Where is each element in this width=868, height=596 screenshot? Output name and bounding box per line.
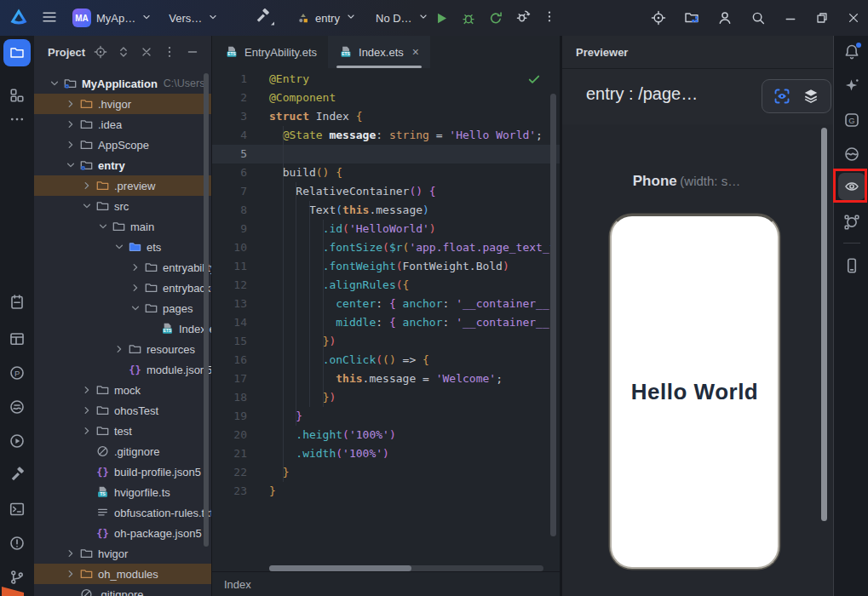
device-selector[interactable]: No D… <box>376 11 429 26</box>
code-line-6[interactable]: 6 build() { <box>212 163 560 182</box>
chevron-right-icon[interactable] <box>64 567 78 581</box>
more-vertical-icon[interactable] <box>163 45 176 59</box>
code-line-4[interactable]: 4 @State message: string = 'Hello World'… <box>212 126 560 145</box>
code-line-20[interactable]: 20 .height('100%') <box>212 426 560 444</box>
phone-preview[interactable]: Hello World <box>610 215 779 569</box>
tree-item-mock[interactable]: mock <box>34 380 211 400</box>
code-line-17[interactable]: 17 this.message = 'Welcome'; <box>212 370 560 388</box>
chevron-right-icon[interactable] <box>80 383 94 397</box>
account-icon[interactable] <box>717 10 733 26</box>
inspection-ok-icon[interactable] <box>527 72 541 86</box>
module-selector[interactable]: entry <box>296 11 357 26</box>
code-line-8[interactable]: 8 Text(this.message) <box>212 201 560 220</box>
chevron-right-icon[interactable] <box>80 424 94 438</box>
tool-more[interactable] <box>9 111 26 128</box>
tool-layout[interactable] <box>9 330 26 347</box>
tree-item-ets[interactable]: ets <box>34 237 211 257</box>
code-line-22[interactable]: 22 } <box>212 463 560 482</box>
code-line-16[interactable]: 16 .onClick(() => { <box>212 351 560 370</box>
project-structure-icon[interactable] <box>684 10 699 26</box>
code-line-19[interactable]: 19 } <box>212 407 560 426</box>
vcs-widget[interactable]: Vers… <box>169 11 219 26</box>
chevron-down-icon[interactable] <box>48 77 61 90</box>
hide-icon[interactable] <box>186 45 199 59</box>
main-menu-icon[interactable] <box>41 9 58 26</box>
tree-item-appscope[interactable]: AppScope <box>34 135 211 155</box>
rerun-button[interactable] <box>488 10 503 26</box>
code-line-7[interactable]: 7 RelativeContainer() { <box>212 182 560 201</box>
tree-item-obfuscation-rules-txt[interactable]: obfuscation-rules.txt <box>34 502 211 523</box>
build-button[interactable] <box>254 9 271 28</box>
tab-close-icon[interactable]: × <box>412 45 419 59</box>
tool-problems[interactable] <box>9 535 26 552</box>
locate-icon[interactable] <box>651 10 666 26</box>
tool-profiler[interactable] <box>9 398 26 415</box>
chevron-down-icon[interactable] <box>129 301 142 315</box>
window-close-button[interactable] <box>847 11 860 25</box>
collapse-all-icon[interactable] <box>140 45 153 59</box>
tab-index-ets[interactable]: ETSIndex.ets× <box>328 36 430 68</box>
code-line-5[interactable]: 5 <box>212 145 560 163</box>
code-line-23[interactable]: 23} <box>212 482 560 501</box>
code-line-10[interactable]: 10 .fontSize($r('app.float.page_text_f <box>212 238 560 257</box>
code-line-1[interactable]: 1@Entry <box>212 70 560 89</box>
tree-item-oh-package-json5[interactable]: {}oh-package.json5 <box>34 523 211 543</box>
tree-item-build-profile-json5[interactable]: {}build-profile.json5 <box>34 461 211 482</box>
tree-item-entry[interactable]: entry <box>34 155 211 175</box>
run-button[interactable] <box>434 10 449 26</box>
code-line-2[interactable]: 2@Component <box>212 89 560 107</box>
g-badge-tool-tool[interactable]: G <box>843 112 860 129</box>
tree-item--gitignore[interactable]: .gitignore <box>34 441 211 461</box>
chevron-down-icon[interactable] <box>64 158 78 172</box>
chevron-right-icon[interactable] <box>129 261 142 274</box>
tree-item-hvigorfile-ts[interactable]: TShvigorfile.ts <box>34 482 211 502</box>
expand-collapse-icon[interactable] <box>117 45 130 59</box>
tool-build[interactable] <box>9 467 26 484</box>
code-line-11[interactable]: 11 .fontWeight(FontWeight.Bold) <box>212 257 560 276</box>
code-line-14[interactable]: 14 middle: { anchor: '__container__' <box>212 313 560 332</box>
code-line-13[interactable]: 13 center: { anchor: '__container__' <box>212 295 560 313</box>
debug-restart-button[interactable] <box>515 9 531 25</box>
ai-assistant-tool[interactable] <box>843 77 860 95</box>
project-widget[interactable]: MAMyAp… <box>72 9 152 27</box>
tree-item--hvigor[interactable]: .hvigor <box>34 94 211 114</box>
code-editor[interactable]: 1@Entry2@Component3struct Index {4 @Stat… <box>212 68 560 572</box>
debug-button[interactable] <box>461 10 476 26</box>
tree-item-resources[interactable]: resources <box>34 339 211 359</box>
project-tree-scrollbar[interactable] <box>204 73 209 547</box>
code-line-9[interactable]: 9 .id('HelloWorld') <box>212 220 560 238</box>
chevron-down-icon[interactable] <box>96 220 110 233</box>
deveco-logo-icon[interactable] <box>9 7 29 27</box>
tree-item-src[interactable]: src <box>34 196 211 216</box>
search-icon[interactable] <box>750 10 766 26</box>
code-line-21[interactable]: 21 .width('100%') <box>212 444 560 463</box>
chevron-right-icon[interactable] <box>129 281 142 295</box>
tree-item-entrybackupability[interactable]: entrybackupability <box>34 278 211 298</box>
layers-mode-button[interactable] <box>802 88 819 105</box>
previewer-scrollbar[interactable] <box>821 128 827 521</box>
breadcrumb-item[interactable]: Index <box>224 578 251 591</box>
tree-item-entryability[interactable]: entryability <box>34 257 211 278</box>
tool-services[interactable] <box>9 433 26 450</box>
window-minimize-button[interactable] <box>784 11 797 25</box>
tree-item-main[interactable]: main <box>34 216 211 237</box>
tree-item-hvigor[interactable]: hvigor <box>34 543 211 564</box>
target-icon[interactable] <box>94 45 107 59</box>
tool-structure[interactable] <box>9 87 26 104</box>
previewer-tool[interactable] <box>838 173 865 200</box>
project-panel-title[interactable]: Project <box>48 46 85 59</box>
tree-item--idea[interactable]: .idea <box>34 114 211 135</box>
chevron-right-icon[interactable] <box>64 97 78 111</box>
code-line-15[interactable]: 15 }) <box>212 332 560 351</box>
tree-item-ohostest[interactable]: ohosTest <box>34 400 211 421</box>
chevron-down-icon[interactable] <box>112 240 126 254</box>
chevron-right-icon[interactable] <box>112 342 126 356</box>
tree-item-oh-modules[interactable]: oh_modules <box>34 564 211 584</box>
tool-vcs[interactable] <box>9 569 26 586</box>
tree-item-test[interactable]: test <box>34 421 211 441</box>
tool-notes[interactable] <box>9 294 26 311</box>
tree-item--gitignore[interactable]: .gitignore <box>34 584 211 596</box>
tool-terminal[interactable] <box>9 501 26 518</box>
tree-item-myapplication[interactable]: MyApplicationC:\Users\ <box>34 73 211 94</box>
wave-tool-tool[interactable] <box>843 146 860 163</box>
